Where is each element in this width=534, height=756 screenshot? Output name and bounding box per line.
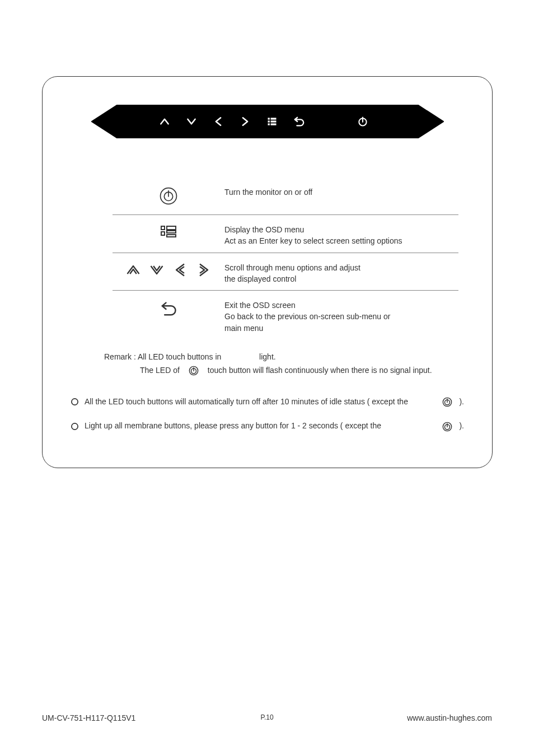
up-icon: [158, 115, 171, 128]
note-item: All the LED touch buttons will automatic…: [71, 396, 464, 408]
power-small-icon: [442, 396, 452, 408]
desc-text: Exit the OSD screen: [224, 300, 458, 311]
right-icon: [239, 115, 251, 128]
svg-rect-1: [270, 118, 276, 119]
table-row: Scroll through menu options and adjust t…: [113, 253, 458, 291]
svg-point-19: [72, 399, 78, 405]
right-outline-icon: [196, 262, 212, 278]
note-suffix: ).: [459, 396, 464, 408]
page-footer: UM-CV-751-H117-Q115V1 P.10 www.austin-hu…: [42, 713, 492, 722]
svg-rect-13: [161, 232, 165, 235]
remark-block: Remark : All LED touch buttons in light.…: [104, 351, 458, 377]
table-row: Turn the monitor on or off: [113, 178, 458, 215]
bullet-icon: [71, 398, 79, 406]
bullet-icon: [71, 422, 79, 431]
svg-rect-4: [268, 123, 269, 125]
back-large-icon: [159, 300, 178, 319]
svg-rect-0: [268, 118, 269, 119]
desc-text: Go back to the previous on-screen sub-me…: [224, 311, 458, 322]
svg-rect-14: [167, 231, 176, 233]
up-outline-icon: [125, 262, 141, 278]
svg-rect-3: [270, 120, 276, 122]
power-small-icon: [442, 421, 452, 432]
down-icon: [185, 115, 198, 128]
down-outline-icon: [149, 262, 165, 278]
table-row: Display the OSD menu Act as an Enter key…: [113, 215, 458, 253]
svg-rect-15: [167, 235, 176, 237]
footer-page-number: P.10: [260, 713, 273, 721]
svg-rect-12: [167, 226, 176, 230]
remark-text: touch button will flash continuously whe…: [208, 364, 432, 377]
remark-text: The LED of: [140, 364, 180, 377]
desc-text: Display the OSD menu: [224, 224, 458, 235]
table-row: Exit the OSD screen Go back to the previ…: [113, 291, 458, 339]
menu-icon: [266, 115, 278, 128]
svg-rect-2: [268, 120, 269, 122]
footer-left: UM-CV-751-H117-Q115V1: [42, 713, 135, 722]
back-icon: [293, 115, 305, 128]
remark-text: light.: [259, 352, 276, 361]
left-icon: [212, 115, 224, 128]
power-small-icon: [189, 364, 199, 377]
power-icon: [357, 115, 369, 128]
note-suffix: ).: [459, 421, 464, 432]
remark-text: Remark : All LED touch buttons in: [104, 352, 221, 361]
desc-text: Scroll through menu options and adjust: [224, 262, 458, 273]
desc-text: Turn the monitor on or off: [224, 186, 458, 198]
desc-text: Act as an Enter key to select screen set…: [224, 235, 458, 246]
svg-point-23: [72, 423, 78, 429]
note-item: Light up all membrane buttons, please pr…: [71, 421, 464, 432]
menu-large-icon: [160, 224, 177, 241]
desc-text: main menu: [224, 323, 458, 334]
svg-rect-5: [270, 123, 276, 125]
desc-text: the displayed control: [224, 273, 458, 284]
footer-right: www.austin-hughes.com: [407, 713, 492, 722]
osd-button-bar: [91, 105, 444, 138]
note-text: All the LED touch buttons will automatic…: [85, 396, 434, 408]
content-panel: Turn the monitor on or off Display the O…: [42, 76, 493, 468]
svg-rect-11: [161, 226, 165, 230]
function-table: Turn the monitor on or off Display the O…: [113, 178, 458, 339]
power-circle-icon: [159, 186, 178, 206]
note-text: Light up all membrane buttons, please pr…: [85, 421, 434, 432]
left-outline-icon: [172, 262, 188, 278]
